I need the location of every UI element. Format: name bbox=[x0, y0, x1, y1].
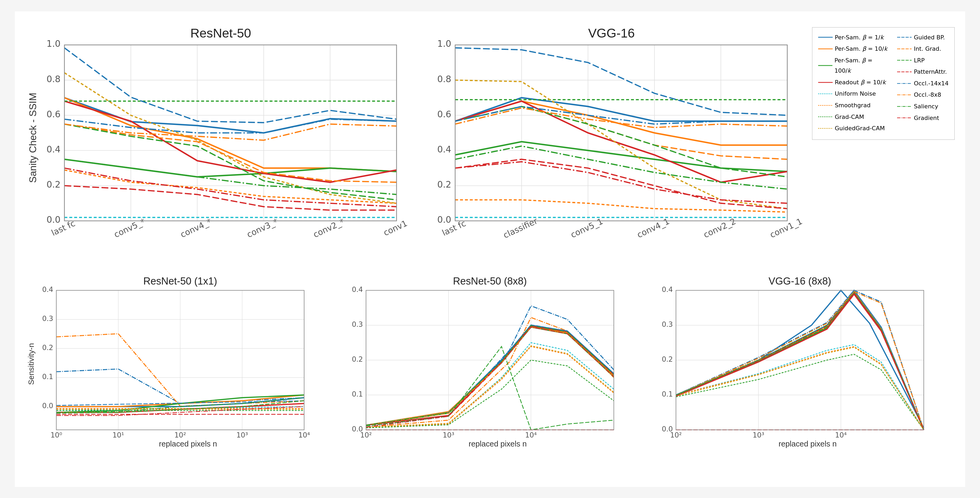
legend-label: Occl.-14x14 bbox=[914, 78, 948, 89]
legend-label: GuidedGrad-CAM bbox=[835, 123, 885, 134]
svg-text:conv3_*: conv3_* bbox=[245, 216, 280, 239]
svg-text:0.2: 0.2 bbox=[437, 179, 451, 190]
svg-text:conv4_1: conv4_1 bbox=[635, 216, 671, 240]
legend-item-lrp: LRP bbox=[897, 55, 948, 66]
chart-vgg16-top: VGG-16 0.0 0.2 0.4 0.6 0.8 bbox=[416, 22, 807, 244]
svg-text:conv5_1: conv5_1 bbox=[569, 216, 605, 240]
legend-col-right: Guided BP. Int. Grad. LRP bbox=[897, 32, 948, 135]
svg-text:replaced pixels n: replaced pixels n bbox=[469, 439, 527, 448]
svg-text:10²: 10² bbox=[360, 431, 372, 439]
legend-label: Grad-CAM bbox=[835, 112, 864, 122]
svg-text:Sensitivity-n: Sensitivity-n bbox=[27, 343, 35, 385]
legend-label: Gradient bbox=[914, 113, 939, 123]
svg-text:0.3: 0.3 bbox=[42, 314, 53, 322]
svg-text:1.0: 1.0 bbox=[437, 38, 451, 49]
svg-text:0.1: 0.1 bbox=[352, 390, 363, 398]
svg-text:0.0: 0.0 bbox=[437, 214, 451, 225]
svg-text:0.8: 0.8 bbox=[437, 74, 451, 84]
svg-text:conv5_*: conv5_* bbox=[113, 216, 147, 239]
svg-text:0.4: 0.4 bbox=[46, 144, 60, 155]
legend-col-left: Per-Sam. β = 1/k Per-Sam. β = 10/k Per-S… bbox=[818, 32, 889, 135]
svg-text:classifier: classifier bbox=[502, 216, 539, 240]
svg-text:0.6: 0.6 bbox=[437, 109, 451, 119]
chart-resnet50-1x1: ResNet-50 (1x1) Sensitivity-n replaced p… bbox=[25, 249, 335, 471]
legend-label: Per-Sam. β = 10/k bbox=[835, 43, 887, 54]
svg-text:0.0: 0.0 bbox=[42, 402, 53, 410]
svg-text:conv4_*: conv4_* bbox=[179, 216, 213, 239]
top-row: ResNet-50 Sanity Check - SSIM 0 bbox=[25, 22, 955, 244]
legend-label: Readout β = 10/k bbox=[835, 77, 886, 88]
legend-item-persamb10k: Per-Sam. β = 10/k bbox=[818, 43, 889, 54]
legend-item-persamb100k: Per-Sam. β = 100/k bbox=[818, 55, 889, 76]
chart-title-resnet50: ResNet-50 bbox=[190, 26, 251, 40]
svg-text:0.8: 0.8 bbox=[46, 74, 60, 84]
legend-label: Smoothgrad bbox=[835, 100, 870, 111]
svg-text:10¹: 10¹ bbox=[113, 431, 124, 439]
legend-label: Uniform Noise bbox=[835, 88, 876, 99]
svg-text:0.4: 0.4 bbox=[437, 144, 451, 155]
svg-text:conv1: conv1 bbox=[382, 218, 409, 238]
svg-text:0.4: 0.4 bbox=[662, 285, 673, 293]
legend-label: LRP bbox=[914, 55, 924, 66]
legend-item-guidedbp: Guided BP. bbox=[897, 32, 948, 43]
svg-text:0.2: 0.2 bbox=[662, 355, 673, 363]
ylabel-resnet50: Sanity Check - SSIM bbox=[27, 93, 38, 182]
svg-text:VGG-16 (8x8): VGG-16 (8x8) bbox=[768, 275, 831, 287]
legend-label: Occl.-8x8 bbox=[914, 89, 941, 100]
legend-item-gradient: Gradient bbox=[897, 113, 948, 123]
chart-vgg16-8x8: VGG-16 (8x8) replaced pixels n 0.0 0.1 0… bbox=[645, 249, 955, 471]
svg-text:10⁴: 10⁴ bbox=[835, 431, 847, 439]
legend-label: Int. Grad. bbox=[914, 43, 941, 54]
legend-label: PatternAttr. bbox=[914, 67, 947, 77]
svg-text:0.2: 0.2 bbox=[352, 355, 363, 363]
legend-item-readoutb10k: Readout β = 10/k bbox=[818, 77, 889, 88]
svg-text:10⁴: 10⁴ bbox=[298, 431, 310, 439]
svg-text:0.4: 0.4 bbox=[352, 285, 363, 293]
svg-text:0.3: 0.3 bbox=[352, 320, 363, 328]
chart-resnet50-8x8: ResNet-50 (8x8) replaced pixels n 0.0 0.… bbox=[335, 249, 645, 471]
svg-text:conv2_2: conv2_2 bbox=[702, 216, 737, 240]
svg-text:0.6: 0.6 bbox=[46, 109, 60, 119]
legend-item-smoothgrad: Smoothgrad bbox=[818, 100, 889, 111]
chart-title-vgg16: VGG-16 bbox=[588, 26, 635, 40]
legend-item-uniformnoise: Uniform Noise bbox=[818, 88, 889, 99]
svg-text:0.4: 0.4 bbox=[42, 285, 53, 293]
svg-text:10⁰: 10⁰ bbox=[51, 431, 62, 439]
legend-item-patternattr: PatternAttr. bbox=[897, 67, 948, 77]
chart-resnet50-top: ResNet-50 Sanity Check - SSIM 0 bbox=[25, 22, 416, 244]
svg-rect-53 bbox=[455, 45, 787, 221]
svg-text:0.1: 0.1 bbox=[662, 390, 673, 398]
svg-text:0.2: 0.2 bbox=[46, 179, 60, 190]
svg-text:10³: 10³ bbox=[752, 431, 764, 439]
legend-label: Guided BP. bbox=[914, 32, 945, 43]
legend-label: Per-Sam. β = 1/k bbox=[835, 32, 884, 43]
svg-text:ResNet-50 (1x1): ResNet-50 (1x1) bbox=[143, 275, 217, 287]
svg-text:10²: 10² bbox=[670, 431, 682, 439]
legend-label: Per-Sam. β = 100/k bbox=[835, 55, 889, 76]
legend-item-intgrad: Int. Grad. bbox=[897, 43, 948, 54]
legend-item-persamb1k: Per-Sam. β = 1/k bbox=[818, 32, 889, 43]
svg-text:1.0: 1.0 bbox=[46, 38, 60, 49]
svg-text:conv2_*: conv2_* bbox=[312, 216, 346, 239]
legend-item-occl14: Occl.-14x14 bbox=[897, 78, 948, 89]
svg-text:10³: 10³ bbox=[443, 431, 454, 439]
svg-text:0.2: 0.2 bbox=[42, 343, 53, 351]
svg-text:0.3: 0.3 bbox=[662, 320, 673, 328]
legend-box: Per-Sam. β = 1/k Per-Sam. β = 10/k Per-S… bbox=[812, 27, 955, 140]
svg-text:ResNet-50 (8x8): ResNet-50 (8x8) bbox=[453, 275, 527, 287]
legend-item-occl8: Occl.-8x8 bbox=[897, 89, 948, 100]
legend-item-saliency: Saliency bbox=[897, 101, 948, 112]
svg-text:0.0: 0.0 bbox=[46, 214, 60, 225]
svg-text:0.1: 0.1 bbox=[42, 372, 53, 380]
bottom-row: ResNet-50 (1x1) Sensitivity-n replaced p… bbox=[25, 249, 955, 471]
figure-container: ResNet-50 Sanity Check - SSIM 0 bbox=[15, 11, 965, 487]
svg-text:replaced pixels n: replaced pixels n bbox=[779, 439, 837, 448]
svg-text:10⁴: 10⁴ bbox=[525, 431, 537, 439]
svg-text:conv1_1: conv1_1 bbox=[768, 216, 803, 240]
svg-text:replaced pixels n: replaced pixels n bbox=[159, 439, 217, 448]
legend-item-guidedgradcam: GuidedGrad-CAM bbox=[818, 123, 889, 134]
legend-item-gradcam: Grad-CAM bbox=[818, 112, 889, 122]
legend-area: Per-Sam. β = 1/k Per-Sam. β = 10/k Per-S… bbox=[807, 22, 955, 244]
svg-text:10³: 10³ bbox=[236, 431, 248, 439]
legend-label: Saliency bbox=[914, 101, 938, 112]
